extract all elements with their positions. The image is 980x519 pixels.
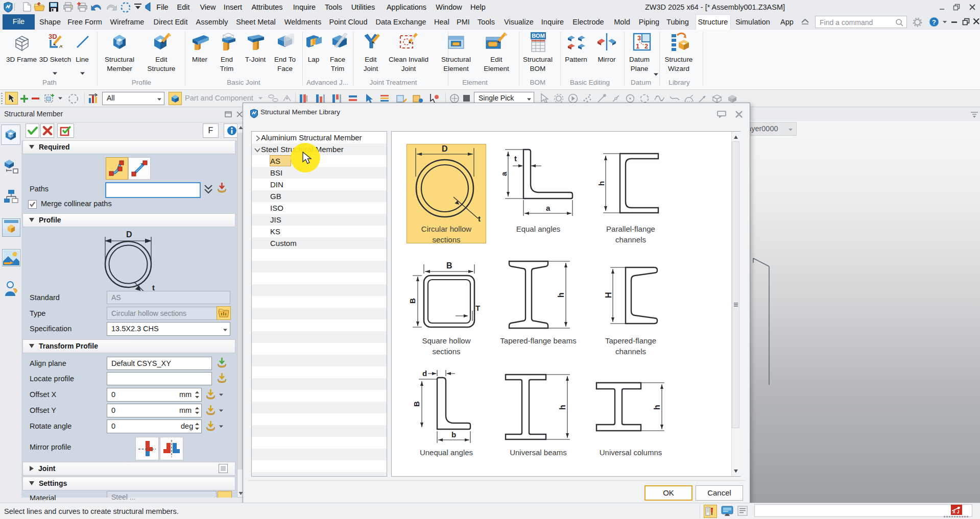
svg-text:B: B [446,261,452,270]
svg-text:3D: 3D [49,33,57,40]
svg-text:X J: X J [952,509,960,514]
svg-text:h: h [558,405,567,410]
svg-text:BOM: BOM [532,33,545,39]
svg-text:a: a [546,204,551,212]
svg-text:2: 2 [644,42,648,50]
svg-text:h: h [557,292,565,298]
svg-text:B: B [412,401,421,407]
svg-text:t: t [478,214,481,223]
svg-text:D: D [442,144,448,153]
svg-text:3: 3 [637,34,641,42]
svg-text:h: h [653,405,661,410]
svg-text:t: t [514,154,517,163]
svg-text:a: a [499,171,508,176]
svg-text:B: B [408,298,417,304]
svg-text:b: b [451,430,456,439]
svg-text:D: D [126,230,132,239]
svg-text:1: 1 [636,42,639,50]
svg-text:h: h [597,181,606,186]
svg-text:d: d [422,369,427,378]
svg-text:?: ? [932,18,936,26]
svg-text:T: T [475,304,480,312]
svg-text:H: H [604,292,613,298]
